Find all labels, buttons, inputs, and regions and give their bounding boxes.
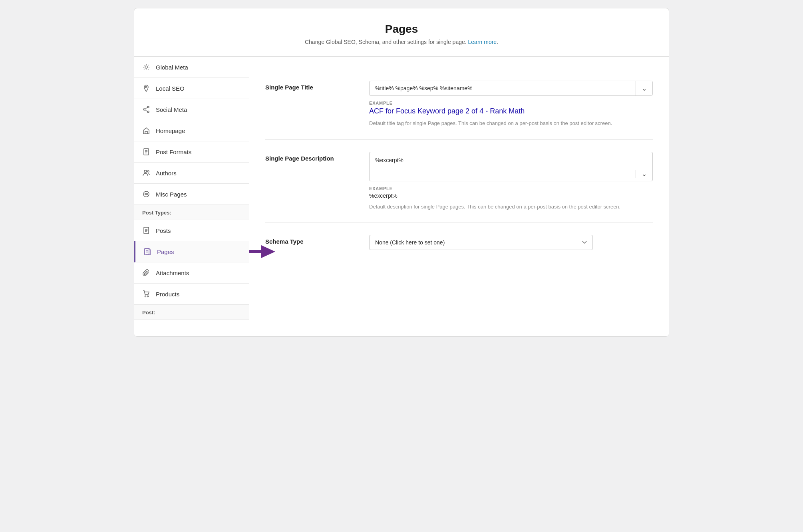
sidebar-item-label: Post Formats bbox=[156, 149, 191, 155]
sidebar-item-attachments[interactable]: Attachments bbox=[134, 262, 249, 284]
learn-more-link[interactable]: Learn more bbox=[468, 39, 497, 45]
example-title-link[interactable]: ACF for Focus Keyword page 2 of 4 - Rank… bbox=[369, 107, 653, 115]
sidebar-item-label: Social Meta bbox=[156, 106, 187, 113]
sidebar-item-label: Authors bbox=[156, 170, 177, 177]
label-col: Single Page Title bbox=[265, 81, 353, 91]
description-dropdown-button[interactable]: ⌄ bbox=[636, 170, 652, 178]
sidebar-item-label: Attachments bbox=[156, 270, 189, 276]
svg-point-3 bbox=[143, 109, 145, 110]
svg-marker-24 bbox=[249, 245, 275, 258]
field-col: ⌄ EXAMPLE ACF for Focus Keyword page 2 o… bbox=[369, 81, 653, 127]
single-page-title-label: Single Page Title bbox=[265, 84, 313, 91]
cart-icon bbox=[142, 290, 150, 298]
sidebar-item-post-formats[interactable]: Post Formats bbox=[134, 141, 249, 163]
sidebar-item-authors[interactable]: Authors bbox=[134, 163, 249, 184]
single-page-description-label: Single Page Description bbox=[265, 155, 334, 162]
svg-point-14 bbox=[143, 191, 149, 197]
example-label-1: EXAMPLE bbox=[369, 101, 653, 105]
share-icon bbox=[142, 105, 150, 113]
title-dropdown-button[interactable]: ⌄ bbox=[636, 81, 652, 95]
title-input[interactable] bbox=[370, 81, 636, 95]
svg-point-26 bbox=[147, 296, 149, 297]
doc-icon bbox=[142, 226, 150, 234]
svg-rect-21 bbox=[145, 248, 149, 255]
svg-point-25 bbox=[145, 296, 146, 297]
description-help-text: Default description for single Page page… bbox=[369, 203, 653, 211]
page-description: Change Global SEO, Schema, and other set… bbox=[142, 39, 661, 45]
post-section-header: Post: bbox=[134, 305, 249, 320]
sidebar-item-pages[interactable]: Pages bbox=[134, 241, 249, 262]
sidebar-item-homepage[interactable]: Homepage bbox=[134, 120, 249, 141]
pin-icon bbox=[142, 84, 150, 92]
circle-lines-icon bbox=[142, 190, 150, 198]
arrow-indicator bbox=[249, 244, 277, 259]
sidebar-item-label: Misc Pages bbox=[156, 191, 187, 198]
example-label-2: EXAMPLE bbox=[369, 186, 653, 191]
svg-point-1 bbox=[145, 86, 147, 88]
schema-type-row: Schema Type None (Click here to set one)… bbox=[265, 223, 653, 262]
sidebar: Global Meta Local SEO bbox=[134, 57, 249, 336]
sidebar-item-local-seo[interactable]: Local SEO bbox=[134, 78, 249, 99]
svg-point-12 bbox=[144, 170, 147, 173]
label-col-desc: Single Page Description bbox=[265, 152, 353, 162]
field-col-schema: None (Click here to set one) Article Web… bbox=[369, 235, 653, 250]
post-types-header: Post Types: bbox=[134, 205, 249, 220]
schema-type-select[interactable]: None (Click here to set one) Article Web… bbox=[369, 235, 593, 250]
svg-point-0 bbox=[145, 66, 147, 68]
page-icon bbox=[143, 248, 151, 256]
content-area: Single Page Title ⌄ EXAMPLE ACF for Focu… bbox=[249, 57, 669, 336]
schema-type-label: Schema Type bbox=[265, 238, 304, 245]
doc-lines-icon bbox=[142, 148, 150, 156]
title-help-text: Default title tag for single Page pages.… bbox=[369, 119, 653, 127]
sidebar-item-label: Products bbox=[156, 291, 179, 298]
label-col-schema: Schema Type bbox=[265, 235, 353, 245]
page-title: Pages bbox=[142, 23, 661, 36]
main-layout: Global Meta Local SEO bbox=[134, 57, 669, 336]
svg-point-4 bbox=[147, 111, 149, 113]
sidebar-item-label: Posts bbox=[156, 227, 171, 234]
field-col-desc: %excerpt% ⌄ EXAMPLE %excerpt% Default de… bbox=[369, 152, 653, 211]
svg-point-13 bbox=[147, 171, 149, 172]
sidebar-item-posts[interactable]: Posts bbox=[134, 220, 249, 241]
sidebar-item-label: Local SEO bbox=[156, 85, 185, 92]
home-icon bbox=[142, 127, 150, 135]
sidebar-item-global-meta[interactable]: Global Meta bbox=[134, 57, 249, 78]
sidebar-item-social-meta[interactable]: Social Meta bbox=[134, 99, 249, 120]
sidebar-item-label: Global Meta bbox=[156, 64, 188, 71]
paperclip-icon bbox=[142, 269, 150, 277]
description-input-group: %excerpt% ⌄ bbox=[369, 152, 653, 181]
svg-line-6 bbox=[145, 110, 147, 111]
gear-icon bbox=[142, 63, 150, 71]
page-header: Pages Change Global SEO, Schema, and oth… bbox=[134, 8, 669, 57]
sidebar-item-products[interactable]: Products bbox=[134, 284, 249, 305]
sidebar-item-label: Homepage bbox=[156, 127, 185, 134]
title-input-group: ⌄ bbox=[369, 81, 653, 96]
svg-rect-7 bbox=[145, 131, 147, 134]
svg-line-5 bbox=[145, 107, 147, 109]
svg-point-2 bbox=[147, 106, 149, 108]
single-page-title-row: Single Page Title ⌄ EXAMPLE ACF for Focu… bbox=[265, 69, 653, 140]
people-icon bbox=[142, 169, 150, 177]
description-textarea[interactable]: %excerpt% bbox=[370, 152, 636, 181]
page-wrapper: Pages Change Global SEO, Schema, and oth… bbox=[134, 8, 669, 337]
sidebar-item-label: Pages bbox=[157, 248, 174, 255]
single-page-description-row: Single Page Description %excerpt% ⌄ EXAM… bbox=[265, 140, 653, 223]
sidebar-item-misc-pages[interactable]: Misc Pages bbox=[134, 184, 249, 205]
description-example-value: %excerpt% bbox=[369, 193, 653, 199]
